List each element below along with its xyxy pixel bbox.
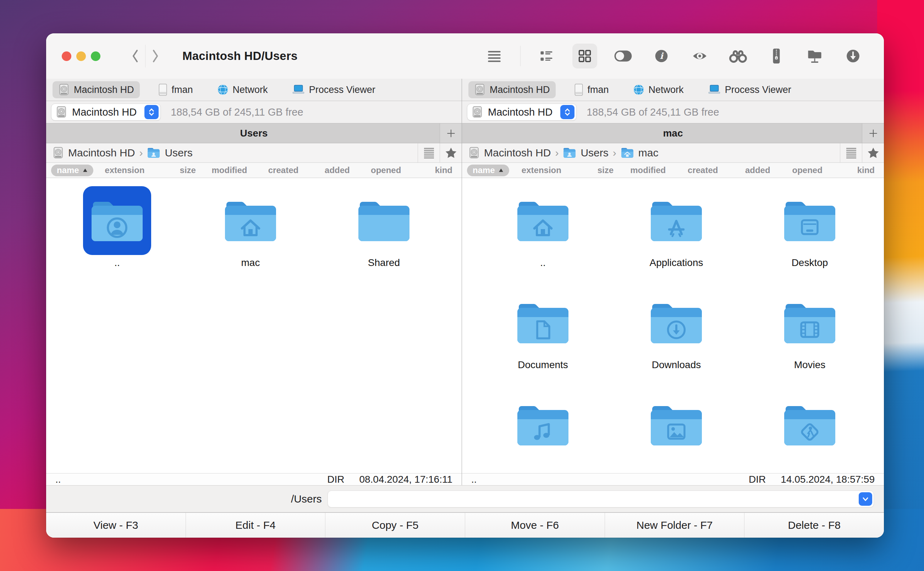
drive-selector[interactable]: Macintosh HD	[467, 103, 576, 120]
favorites-button[interactable]	[440, 143, 462, 162]
command-input[interactable]	[328, 491, 874, 508]
info-button[interactable]: i	[649, 44, 674, 68]
file-item-movies[interactable]: Movies	[743, 280, 876, 382]
folder-user-small-icon	[147, 147, 161, 159]
tab-macintosh-hd[interactable]: Macintosh HD	[468, 81, 556, 98]
drive-selector[interactable]: Macintosh HD	[51, 103, 161, 120]
file-item-desktop[interactable]: Desktop	[743, 178, 876, 280]
file-item-label: Downloads	[652, 359, 701, 371]
delete-f8-button[interactable]: Delete - F8	[744, 513, 884, 538]
file-item-documents[interactable]: Documents	[476, 280, 610, 382]
file-item-mac[interactable]: mac	[184, 178, 317, 280]
command-history-button[interactable]	[859, 492, 872, 506]
breadcrumb-item-users[interactable]: Users	[147, 147, 192, 159]
file-item-item[interactable]	[610, 382, 743, 473]
grid-view-button[interactable]	[572, 44, 597, 68]
column-header-created[interactable]: created	[666, 165, 718, 175]
search-binoculars-button[interactable]	[726, 44, 751, 68]
column-header-modified[interactable]: modified	[196, 165, 247, 175]
right-status-bar: .. DIR 14.05.2024, 18:57:59	[462, 473, 884, 485]
move-f6-button[interactable]: Move - F6	[465, 513, 605, 538]
column-header-modified[interactable]: modified	[613, 165, 666, 175]
file-item-folder-user[interactable]: ..	[50, 178, 184, 280]
favorites-button[interactable]	[862, 143, 884, 162]
forward-button[interactable]	[145, 45, 165, 67]
add-tab-button[interactable]	[862, 123, 884, 143]
free-space-label: 188,54 GB of 245,11 GB free	[587, 106, 719, 118]
plus-icon	[446, 128, 456, 138]
tab-label: Process Viewer	[725, 85, 791, 96]
column-header-extension[interactable]: extension	[93, 165, 145, 175]
column-header-extension[interactable]: extension	[509, 165, 561, 175]
column-header-size[interactable]: size	[561, 165, 613, 175]
breadcrumb: Macintosh HD›Users›mac	[468, 147, 840, 159]
breadcrumb-item-users[interactable]: Users	[563, 147, 608, 159]
view-options-button[interactable]	[840, 143, 862, 162]
view-f3-button[interactable]: View - F3	[46, 513, 185, 538]
column-header-kind[interactable]: kind	[822, 165, 875, 175]
list-view-button[interactable]	[482, 44, 507, 68]
copy-f5-button[interactable]: Copy - F5	[325, 513, 465, 538]
column-header-name[interactable]: name	[467, 165, 509, 176]
edit-f4-button[interactable]: Edit - F4	[185, 513, 325, 538]
file-item-item[interactable]	[476, 382, 610, 473]
tab-fman[interactable]: fman	[153, 81, 199, 98]
file-item-downloads[interactable]: Downloads	[610, 280, 743, 382]
column-header-added[interactable]: added	[298, 165, 350, 175]
file-item-item[interactable]	[743, 382, 876, 473]
column-header-label: name	[473, 165, 495, 175]
breadcrumb-label: mac	[638, 147, 658, 159]
tab-fman[interactable]: fman	[569, 81, 615, 98]
folder-movies-icon	[776, 289, 844, 357]
tab-process-viewer[interactable]: Process Viewer	[702, 82, 797, 98]
breadcrumb-item-macintosh-hd[interactable]: Macintosh HD	[468, 147, 551, 159]
drive-name: Macintosh HD	[488, 106, 555, 118]
drive-select-stepper-icon[interactable]	[560, 105, 575, 119]
column-header-name[interactable]: name	[51, 165, 93, 176]
left-folder-tab-bar[interactable]: Users	[46, 123, 462, 143]
sort-asc-icon	[83, 168, 88, 172]
tab-process-viewer[interactable]: Process Viewer	[286, 82, 381, 98]
file-item-label: ..	[114, 257, 120, 269]
zoom-button[interactable]	[91, 51, 100, 61]
download-button[interactable]	[841, 44, 865, 68]
tab-network[interactable]: Network	[627, 82, 689, 98]
file-item-applications[interactable]: Applications	[610, 178, 743, 280]
column-header-opened[interactable]: opened	[770, 165, 822, 175]
file-item-folder-home[interactable]: ..	[476, 178, 610, 280]
right-folder-tab-bar[interactable]: mac	[462, 123, 884, 143]
tab-macintosh-hd[interactable]: Macintosh HD	[53, 81, 140, 98]
status-item-name: ..	[56, 474, 327, 485]
preview-eye-button[interactable]	[687, 44, 712, 68]
file-item-shared[interactable]: Shared	[317, 178, 451, 280]
new-folder-f7-button[interactable]: New Folder - F7	[605, 513, 745, 538]
left-pane: Macintosh HDfmanNetworkProcess Viewer Ma…	[46, 79, 462, 485]
tab-network[interactable]: Network	[212, 82, 273, 98]
toggle-panel-button[interactable]	[611, 44, 635, 68]
column-header-kind[interactable]: kind	[401, 165, 453, 175]
archive-zip-button[interactable]	[764, 44, 789, 68]
column-header-size[interactable]: size	[144, 165, 196, 175]
file-item-label: Applications	[650, 257, 703, 269]
tab-label: fman	[588, 85, 609, 96]
column-header-added[interactable]: added	[718, 165, 770, 175]
harddrive-icon	[474, 84, 485, 96]
folder-desktop-icon	[776, 186, 844, 255]
back-button[interactable]	[125, 45, 145, 67]
harddrive-icon	[468, 147, 480, 159]
file-item-label: Shared	[368, 257, 400, 269]
drive-select-stepper-icon[interactable]	[144, 105, 159, 119]
column-header-opened[interactable]: opened	[350, 165, 401, 175]
close-button[interactable]	[62, 51, 71, 61]
globe-icon	[217, 84, 229, 96]
search-binoculars-icon	[729, 48, 747, 64]
minimize-button[interactable]	[76, 51, 86, 61]
column-header-created[interactable]: created	[247, 165, 299, 175]
breadcrumb-item-mac[interactable]: mac	[621, 147, 658, 159]
grid-view-icon	[576, 48, 593, 64]
add-tab-button[interactable]	[440, 123, 462, 143]
breadcrumb-item-macintosh-hd[interactable]: Macintosh HD	[53, 147, 135, 159]
network-share-button[interactable]	[802, 44, 827, 68]
view-options-button[interactable]	[418, 143, 440, 162]
detail-view-button[interactable]	[534, 44, 559, 68]
